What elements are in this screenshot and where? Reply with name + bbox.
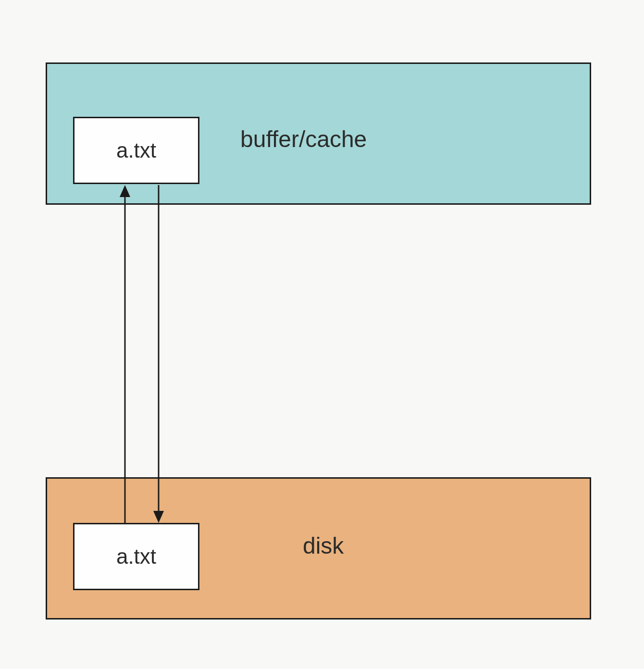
- cache-file-box: a.txt: [73, 117, 199, 184]
- cache-file-label: a.txt: [116, 138, 156, 162]
- buffer-cache-label: buffer/cache: [240, 126, 367, 152]
- disk-file-box: a.txt: [73, 523, 199, 590]
- disk-label: disk: [303, 533, 344, 559]
- diagram-canvas: a.txt a.txt buffer/cache disk: [0, 0, 644, 669]
- disk-file-label: a.txt: [116, 545, 156, 569]
